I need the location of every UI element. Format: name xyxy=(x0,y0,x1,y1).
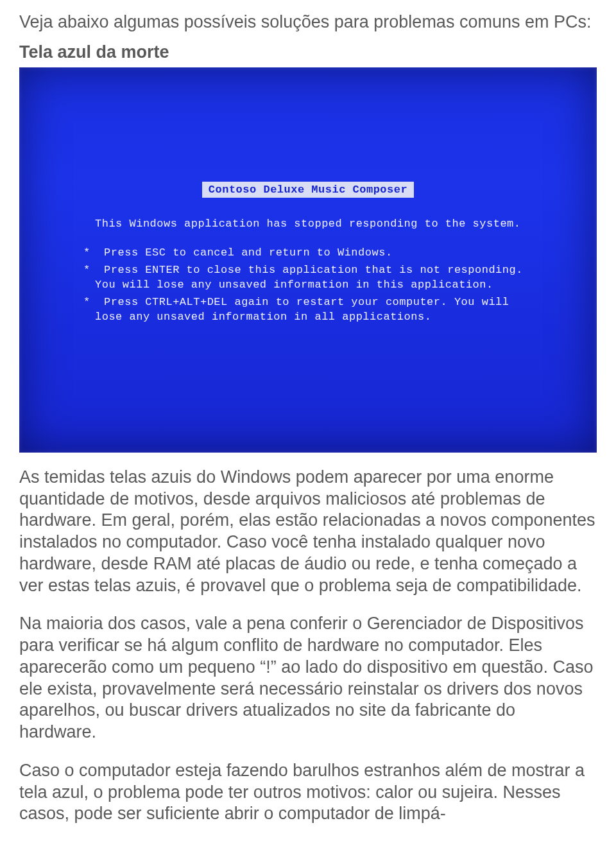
section-heading: Tela azul da morte xyxy=(19,41,597,64)
bsod-bullet: Press ESC to cancel and return to Window… xyxy=(37,246,597,261)
bsod-content: Contoso Deluxe Music Composer This Windo… xyxy=(19,182,597,327)
bsod-title: Contoso Deluxe Music Composer xyxy=(202,182,414,198)
intro-text: Veja abaixo algumas possíveis soluções p… xyxy=(19,12,597,33)
body-paragraph: Caso o computador esteja fazendo barulho… xyxy=(19,760,597,825)
bsod-screenshot: Contoso Deluxe Music Composer This Windo… xyxy=(19,67,597,453)
body-paragraph: As temidas telas azuis do Windows podem … xyxy=(19,467,597,597)
bsod-intro-line: This Windows application has stopped res… xyxy=(19,217,597,232)
bsod-bullet: Press CTRL+ALT+DEL again to restart your… xyxy=(37,295,597,325)
body-paragraph: Na maioria dos casos, vale a pena confer… xyxy=(19,613,597,743)
bsod-title-row: Contoso Deluxe Music Composer xyxy=(19,182,597,198)
bsod-bullet: Press ENTER to close this application th… xyxy=(37,263,597,293)
